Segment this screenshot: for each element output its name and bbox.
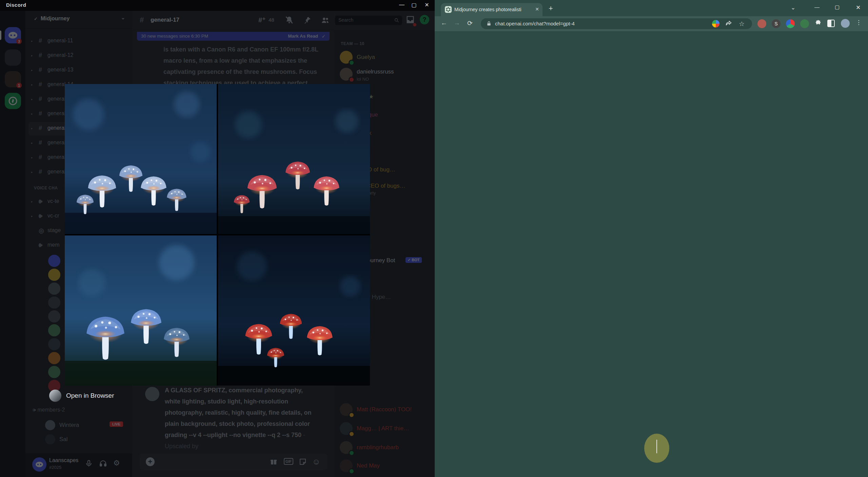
menu-dots-icon[interactable]: ⋮: [856, 19, 862, 26]
maximize-button[interactable]: ▢: [410, 2, 418, 8]
bookmark-star-icon[interactable]: ☆: [739, 20, 745, 28]
browser-close-button[interactable]: ✕: [856, 4, 861, 11]
extension-icon-rgb[interactable]: [786, 19, 795, 28]
browser-tab[interactable]: Midjourney creates photorealisti ✕: [441, 3, 542, 16]
minimize-button[interactable]: —: [397, 2, 406, 8]
mushroom-photo-top-right[interactable]: [218, 84, 370, 234]
extension-icon-s[interactable]: S: [772, 19, 781, 28]
extension-icon-1[interactable]: [757, 19, 766, 28]
browser-maximize-button[interactable]: ▢: [835, 4, 840, 10]
mushroom-photo-bottom-left[interactable]: [65, 235, 217, 386]
google-icon[interactable]: [712, 20, 719, 27]
back-icon[interactable]: ←: [441, 19, 447, 27]
profile-avatar[interactable]: [841, 19, 850, 28]
ibeam-cursor: [656, 440, 657, 453]
browser-chevron-icon[interactable]: ⌄: [791, 4, 795, 11]
browser-toolbar: ← → ⟳ chat.openai.com/chat?model=gpt-4 ☆…: [435, 16, 868, 31]
extension-shield-icon[interactable]: [800, 19, 809, 28]
desktop: 3 1 ✓ Midjourney ⌄ ▸#general-11 ▸#genera…: [0, 0, 868, 477]
url-bar[interactable]: chat.openai.com/chat?model=gpt-4 ☆: [481, 18, 752, 29]
open-in-browser-link[interactable]: Open in Browser: [66, 392, 114, 399]
url-text: chat.openai.com/chat?model=gpt-4: [495, 21, 575, 26]
tab-title: Midjourney creates photorealisti: [454, 7, 528, 12]
extensions-puzzle-icon[interactable]: [814, 20, 822, 28]
browser-window: Midjourney creates photorealisti ✕ + ⌄ —…: [435, 0, 868, 477]
cursor-click-highlight: [644, 434, 669, 463]
tab-close-icon[interactable]: ✕: [535, 6, 539, 12]
reload-icon[interactable]: ⟳: [467, 19, 473, 27]
close-button[interactable]: ✕: [422, 2, 431, 8]
discord-window: 3 1 ✓ Midjourney ⌄ ▸#general-11 ▸#genera…: [0, 0, 435, 477]
new-tab-button[interactable]: +: [549, 5, 553, 12]
chatgpt-favicon: [445, 6, 452, 13]
discord-titlebar: Discord — ▢ ✕: [0, 0, 435, 11]
share-icon[interactable]: [725, 20, 732, 28]
mushroom-image-grid[interactable]: [65, 84, 370, 386]
browser-minimize-button[interactable]: —: [814, 4, 820, 10]
lock-icon: [486, 21, 492, 26]
forward-icon[interactable]: →: [454, 19, 460, 27]
discord-title: Discord: [6, 2, 26, 8]
side-panel-icon[interactable]: [827, 20, 835, 27]
mushroom-photo-bottom-right[interactable]: [218, 235, 370, 386]
lightbox-avatar: [49, 390, 61, 402]
mushroom-photo-top-left[interactable]: [65, 84, 217, 234]
